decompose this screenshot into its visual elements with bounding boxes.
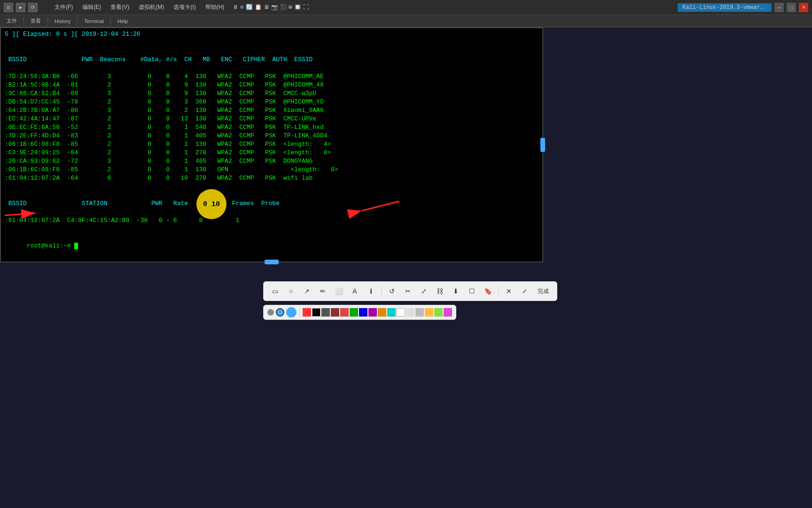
- menu-tab-cn[interactable]: 选项卡(I): [170, 2, 199, 12]
- toolbar-btn2[interactable]: ⊙: [240, 4, 243, 11]
- terminal-blank-2: [5, 64, 539, 72]
- dot-size-small[interactable]: [267, 309, 274, 316]
- menu-view-cn[interactable]: 查看(V): [107, 2, 133, 12]
- vm-menu-help[interactable]: Help: [115, 17, 131, 25]
- terminal-window[interactable]: 5 ][ Elapsed: 0 s ][ 2019-12-04 21:26 BS…: [0, 27, 543, 262]
- color-orange[interactable]: [378, 308, 386, 317]
- color-blue[interactable]: [359, 308, 367, 317]
- toolbar-btn7[interactable]: ⬛: [280, 4, 287, 11]
- color-darkgray[interactable]: [321, 308, 330, 317]
- toolbar-btn3[interactable]: 🔄: [246, 4, 253, 11]
- tool-confirm[interactable]: ✓: [518, 285, 531, 298]
- color-limegreen[interactable]: [434, 308, 443, 317]
- table-row: :7D:24:56:3A:B0 -66 3 0 0 4 130 WPA2 CCM…: [5, 72, 539, 81]
- vm-menu-terminal[interactable]: Terminal: [81, 17, 107, 25]
- tool-close[interactable]: ✕: [502, 285, 515, 298]
- toolbar-btn5[interactable]: 🖥: [264, 4, 269, 11]
- toolbar-btn10[interactable]: ⛶: [303, 4, 309, 11]
- tool-info[interactable]: ℹ: [364, 285, 377, 298]
- color-cyan[interactable]: [387, 308, 396, 317]
- color-medred[interactable]: [340, 308, 349, 317]
- tool-done[interactable]: 完成: [534, 285, 552, 298]
- tool-select[interactable]: ⬜: [332, 285, 345, 298]
- tool-bookmark[interactable]: 🔖: [481, 285, 494, 298]
- titlebar-icon-3[interactable]: ⟳: [28, 3, 38, 12]
- toolbar-btn4[interactable]: 📋: [255, 4, 262, 11]
- menu-file-cn[interactable]: 文件(F): [51, 2, 77, 12]
- resize-handle-bottom[interactable]: [265, 260, 279, 264]
- color-white[interactable]: [397, 308, 405, 317]
- terminal-blank-5: [5, 225, 539, 233]
- toolbar-separator-1: [23, 17, 24, 25]
- terminal-blank-3: [5, 183, 539, 191]
- table-row: :0E:EC:FE:6A:50 -52 2 0 0 1 540 WPA2 CCM…: [5, 123, 539, 132]
- color-swatches: [303, 308, 452, 317]
- titlebar-icon-1[interactable]: ⊡: [4, 3, 13, 12]
- tool-link[interactable]: ⛓: [433, 285, 446, 298]
- table-row: :06:1B:6C:08:F8 -85 2 0 0 1 130 OPN <len…: [5, 166, 539, 174]
- dot-size-large[interactable]: [286, 307, 297, 318]
- tool-expand[interactable]: ⤢: [417, 285, 430, 298]
- color-midgray[interactable]: [415, 308, 424, 317]
- annotation-circle: 0 10: [196, 189, 226, 219]
- color-yellow[interactable]: [425, 308, 433, 317]
- table-row: :EC:42:4A:14:47 -87 2 0 0 13 130 WPA2 CC…: [5, 115, 539, 123]
- color-green[interactable]: [350, 308, 358, 317]
- prompt-text: root@kali:~#: [27, 242, 74, 249]
- tool-text[interactable]: A: [348, 285, 361, 298]
- station-row: :61:04:12:07:2A C4:9F:4C:15:A2:B9 -30 0 …: [5, 216, 539, 225]
- color-pink[interactable]: [444, 308, 452, 317]
- table-row: :26:CA:93:D9:82 -72 3 0 0 1 405 WPA2 CCM…: [5, 157, 539, 166]
- table-row: :9C:86:CA:82:B4 -88 3 0 0 9 130 WPA2 CCM…: [5, 89, 539, 98]
- menu-file[interactable]: [41, 2, 49, 12]
- window-title: Kali-Linux-2019.3-vmware...: [678, 3, 772, 12]
- color-palette-row: [263, 305, 456, 320]
- tool-undo[interactable]: ↺: [385, 285, 398, 298]
- tool-pen[interactable]: ✏: [316, 285, 329, 298]
- toolbar-btn6[interactable]: 📷: [271, 4, 278, 11]
- titlebar-icon-2[interactable]: ▶: [16, 3, 25, 12]
- terminal-prompt[interactable]: root@kali:~#: [5, 233, 539, 259]
- tool-ellipse[interactable]: ○: [284, 285, 297, 298]
- terminal-col-headers: BSSID PWR Beacons #Data, #/s CH MB ENC C…: [5, 47, 539, 64]
- tool-crop[interactable]: ✂: [401, 285, 414, 298]
- vmware-titlebar: ⊡ ▶ ⟳ 文件(F) 编辑(E) 查看(V) 虚拟机(M) 选项卡(I) 帮助…: [0, 0, 812, 15]
- menu-edit-cn[interactable]: 编辑(E): [78, 2, 105, 12]
- toolbar-sep-1: [381, 286, 382, 296]
- dot-size-medium[interactable]: [276, 308, 284, 317]
- close-button[interactable]: ✕: [799, 3, 808, 12]
- color-lightgray[interactable]: [406, 308, 414, 317]
- toolbar-separator-3: [77, 17, 78, 25]
- menu-vm-cn[interactable]: 虚拟机(M): [135, 2, 168, 12]
- resize-handle-right[interactable]: [540, 138, 545, 152]
- vm-menu-history[interactable]: History: [52, 17, 73, 25]
- toolbar-pause[interactable]: ⏸: [233, 4, 238, 11]
- minimize-button[interactable]: ─: [774, 3, 784, 12]
- circle-text: 0 10: [203, 200, 220, 208]
- color-purple[interactable]: [368, 308, 377, 317]
- vm-toolbar: 文件 查看 History Terminal Help: [0, 15, 812, 27]
- menu-help-cn[interactable]: 帮助(H): [202, 2, 228, 12]
- color-black[interactable]: [312, 308, 320, 317]
- tool-rectangle[interactable]: ▭: [268, 285, 281, 298]
- titlebar-menus: 文件(F) 编辑(E) 查看(V) 虚拟机(M) 选项卡(I) 帮助(H): [41, 2, 228, 12]
- toolbar-sep-2: [498, 286, 499, 296]
- vm-menu-file[interactable]: 文件: [4, 16, 20, 25]
- maximize-button[interactable]: □: [787, 3, 796, 12]
- table-row: :06:1B:6C:08:F8 -85 2 0 0 1 130 WPA2 CCM…: [5, 140, 539, 149]
- table-row: :64:2B:7B:0A:A7 -80 3 0 0 2 130 WPA2 CCM…: [5, 106, 539, 115]
- terminal-blank-1: [5, 39, 539, 47]
- tool-arrow[interactable]: ↗: [300, 285, 313, 298]
- tool-checkbox[interactable]: ☐: [465, 285, 478, 298]
- color-red[interactable]: [303, 308, 311, 317]
- table-row: :B2:1A:5C:0B:4A -81 2 0 0 9 130 WPA2 CCM…: [5, 81, 539, 89]
- vm-menu-view[interactable]: 查看: [28, 16, 44, 25]
- toolbar-separator-2: [47, 17, 48, 25]
- annotation-toolbar: ▭ ○ ↗ ✏ ⬜ A ℹ ↺ ✂ ⤢ ⛓ ⬇ ☐ 🔖 ✕ ✓ 完成: [263, 281, 557, 301]
- tool-download[interactable]: ⬇: [449, 285, 462, 298]
- station-header: BSSID STATION PWR Rate Lost Frames Probe: [5, 191, 539, 208]
- toolbar-btn8[interactable]: ⊞: [289, 4, 292, 11]
- terminal-blank-4: [5, 208, 539, 216]
- color-darkred[interactable]: [331, 308, 339, 317]
- toolbar-btn9[interactable]: 🔲: [294, 4, 301, 11]
